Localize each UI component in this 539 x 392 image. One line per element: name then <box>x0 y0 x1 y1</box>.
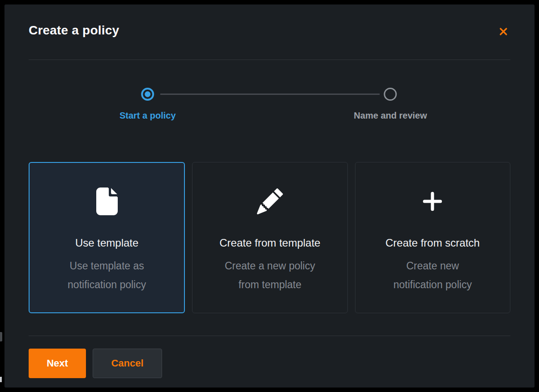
policy-option-cards: Use template Use template as notificatio… <box>29 162 510 313</box>
background-page-sliver <box>0 377 2 382</box>
document-icon <box>30 187 184 216</box>
card-title: Create from template <box>192 237 347 249</box>
card-use-template[interactable]: Use template Use template as notificatio… <box>29 162 185 313</box>
close-icon <box>499 27 508 36</box>
step-start-a-policy[interactable]: Start a policy <box>120 88 176 121</box>
modal-title: Create a policy <box>29 23 119 38</box>
card-subtitle: Create new notification policy <box>355 256 510 294</box>
header-divider <box>29 60 510 60</box>
create-policy-modal: Create a policy Start a policy Name and … <box>4 4 535 388</box>
card-create-from-template[interactable]: Create from template Create a new policy… <box>192 162 347 313</box>
pencil-icon <box>192 187 347 216</box>
cancel-button[interactable]: Cancel <box>93 349 162 378</box>
card-title: Use template <box>30 237 184 249</box>
card-create-from-scratch[interactable]: Create from scratch Create new notificat… <box>355 162 510 313</box>
step-label: Name and review <box>354 111 427 121</box>
card-subtitle: Use template as notification policy <box>30 256 184 294</box>
step-label: Start a policy <box>120 111 176 121</box>
step-active-radio-icon <box>141 88 154 101</box>
footer-divider <box>29 336 510 336</box>
stepper-connector-line <box>160 94 380 95</box>
background-page-notch <box>0 332 2 341</box>
wizard-stepper: Start a policy Name and review <box>29 88 510 132</box>
next-button[interactable]: Next <box>29 349 86 378</box>
close-button[interactable] <box>498 26 509 37</box>
footer-actions: Next Cancel <box>29 349 162 378</box>
plus-icon <box>355 187 510 216</box>
card-title: Create from scratch <box>355 237 510 249</box>
card-subtitle: Create a new policy from template <box>192 256 347 294</box>
step-inactive-radio-icon <box>384 88 397 101</box>
step-name-and-review[interactable]: Name and review <box>354 88 427 121</box>
